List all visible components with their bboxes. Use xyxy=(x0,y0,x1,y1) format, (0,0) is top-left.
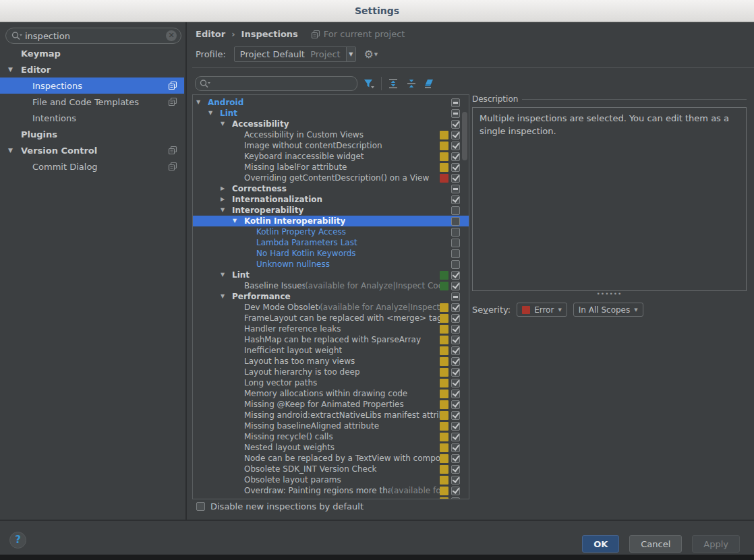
row-checkbox[interactable] xyxy=(451,239,460,247)
severity-dropdown[interactable]: Error ▼ xyxy=(517,303,567,317)
gear-icon[interactable]: ⚙▼ xyxy=(364,48,378,61)
tree-row[interactable]: Baseline Issues (available for Analyze|I… xyxy=(193,280,469,291)
row-checkbox[interactable] xyxy=(451,346,460,355)
tree-row[interactable]: ▼Lint xyxy=(193,108,469,119)
tree-row[interactable]: Overriding getContentDescription() on a … xyxy=(193,173,469,183)
row-checkbox[interactable] xyxy=(451,422,460,431)
row-checkbox[interactable] xyxy=(451,249,460,258)
row-checkbox[interactable] xyxy=(451,465,460,474)
tree-row[interactable]: ▼Android xyxy=(193,97,469,108)
row-checkbox[interactable] xyxy=(451,206,460,215)
expand-arrow-icon[interactable]: ▼ xyxy=(221,119,232,129)
clear-icon[interactable]: ✕ xyxy=(166,30,177,41)
row-checkbox[interactable] xyxy=(451,336,460,344)
tree-row[interactable]: Missing labelFor attribute xyxy=(193,162,469,173)
tree-row[interactable]: Accessibility in Custom Views xyxy=(193,129,469,140)
reset-icon[interactable] xyxy=(423,77,436,90)
sidebar-item-commit-dialog[interactable]: Commit Dialog xyxy=(0,158,184,175)
chevron-down-icon[interactable]: ▼ xyxy=(346,47,355,61)
sidebar-item-file-and-code-templates[interactable]: File and Code Templates xyxy=(0,94,184,110)
row-checkbox[interactable] xyxy=(451,487,460,495)
scope-dropdown[interactable]: In All Scopes ▼ xyxy=(573,303,643,317)
row-checkbox[interactable] xyxy=(451,163,460,172)
row-checkbox[interactable] xyxy=(451,282,460,290)
row-checkbox[interactable] xyxy=(451,142,460,150)
expand-arrow-icon[interactable]: ▼ xyxy=(196,97,208,108)
sidebar-item-version-control[interactable]: ▼Version Control xyxy=(0,142,184,158)
row-checkbox[interactable] xyxy=(451,357,460,366)
row-checkbox[interactable] xyxy=(451,400,460,409)
tree-row[interactable]: Missing @Keep for Animated Properties xyxy=(193,399,469,410)
row-checkbox[interactable] xyxy=(451,454,460,463)
tree-row[interactable]: Layout hierarchy is too deep xyxy=(193,367,469,377)
tree-row[interactable]: Image without contentDescription xyxy=(193,140,469,151)
row-checkbox[interactable] xyxy=(451,411,460,420)
row-checkbox[interactable] xyxy=(451,314,460,323)
tree-row[interactable]: Missing recycle() calls xyxy=(193,431,469,442)
row-checkbox[interactable] xyxy=(451,433,460,441)
tree-row[interactable]: Handler reference leaks xyxy=(193,323,469,334)
row-checkbox[interactable] xyxy=(451,195,460,204)
row-checkbox[interactable] xyxy=(451,292,460,301)
sidebar-search-field[interactable]: ✕ xyxy=(5,28,181,44)
sidebar-search-input[interactable] xyxy=(25,31,166,41)
tree-row[interactable]: Missing baselineAligned attribute xyxy=(193,421,469,431)
sidebar-item-keymap[interactable]: Keymap xyxy=(0,45,184,61)
sidebar-item-editor[interactable]: ▼Editor xyxy=(0,61,184,77)
expand-all-icon[interactable] xyxy=(386,77,400,90)
tree-row[interactable]: No Hard Kotlin Keywords xyxy=(193,248,469,259)
tree-row[interactable]: Kotlin Property Access xyxy=(193,226,469,237)
inspections-search-field[interactable] xyxy=(195,76,357,91)
row-checkbox[interactable] xyxy=(451,152,460,161)
row-checkbox[interactable] xyxy=(451,185,460,193)
tree-row[interactable]: Obsolete SDK_INT Version Check xyxy=(193,464,469,474)
row-checkbox[interactable] xyxy=(451,98,460,107)
tree-row[interactable]: Memory allocations within drawing code xyxy=(193,388,469,399)
expand-arrow-icon[interactable]: ▼ xyxy=(8,66,21,73)
tree-row[interactable]: ▼Accessibility xyxy=(193,119,469,129)
tree-row[interactable]: Overdraw: Painting regions more than onc… xyxy=(193,485,469,496)
row-checkbox[interactable] xyxy=(451,109,460,118)
tree-row[interactable]: Lambda Parameters Last xyxy=(193,237,469,248)
row-checkbox[interactable] xyxy=(451,390,460,398)
row-checkbox[interactable] xyxy=(451,497,460,500)
tree-row[interactable]: FrameLayout can be replaced with <merge>… xyxy=(193,313,469,323)
expand-arrow-icon[interactable]: ▼ xyxy=(221,205,232,216)
row-checkbox[interactable] xyxy=(451,368,460,377)
tree-row[interactable]: ▼Performance xyxy=(193,291,469,302)
sidebar-item-plugins[interactable]: Plugins xyxy=(0,126,184,142)
row-checkbox[interactable] xyxy=(451,228,460,237)
disable-new-inspections-checkbox[interactable] xyxy=(196,502,205,511)
row-checkbox[interactable] xyxy=(451,260,460,269)
tree-row[interactable]: Long vector paths xyxy=(193,377,469,388)
expand-arrow-icon[interactable]: ▼ xyxy=(233,216,244,226)
expand-arrow-icon[interactable]: ▼ xyxy=(208,108,220,119)
tree-row[interactable]: Inefficient layout weight xyxy=(193,345,469,356)
disable-new-inspections-option[interactable]: Disable new inspections by default xyxy=(196,501,364,511)
row-checkbox[interactable] xyxy=(451,120,460,129)
row-checkbox[interactable] xyxy=(451,379,460,387)
expand-arrow-icon[interactable]: ▼ xyxy=(221,270,232,280)
row-checkbox[interactable] xyxy=(451,476,460,485)
sidebar-item-intentions[interactable]: Intentions xyxy=(0,110,184,126)
row-checkbox[interactable] xyxy=(451,131,460,139)
row-checkbox[interactable] xyxy=(451,217,460,226)
expand-arrow-icon[interactable]: ▼ xyxy=(221,291,232,302)
tree-row[interactable]: ▶Internationalization xyxy=(193,194,469,205)
tree-row[interactable]: Keyboard inaccessible widget xyxy=(193,151,469,162)
ok-button[interactable]: OK xyxy=(582,535,619,553)
row-checkbox[interactable] xyxy=(451,443,460,452)
inspections-search-input[interactable] xyxy=(213,79,353,89)
tree-row[interactable]: Nested layout weights xyxy=(193,442,469,453)
filter-icon[interactable] xyxy=(362,77,376,90)
breadcrumb-editor[interactable]: Editor xyxy=(196,29,225,39)
tree-row[interactable]: ▼Lint xyxy=(193,270,469,280)
collapse-all-icon[interactable] xyxy=(405,77,418,90)
tree-row[interactable]: Missing android:extractNativeLibs manife… xyxy=(193,410,469,421)
row-checkbox[interactable] xyxy=(451,325,460,334)
tree-row[interactable]: Dev Mode Obsolete (available for Analyze… xyxy=(193,302,469,313)
row-checkbox[interactable] xyxy=(451,303,460,312)
tree-row[interactable]: HashMap can be replaced with SparseArray xyxy=(193,334,469,345)
help-icon[interactable]: ? xyxy=(9,532,26,549)
inspections-tree[interactable]: ▼Android▼Lint▼AccessibilityAccessibility… xyxy=(192,94,469,499)
